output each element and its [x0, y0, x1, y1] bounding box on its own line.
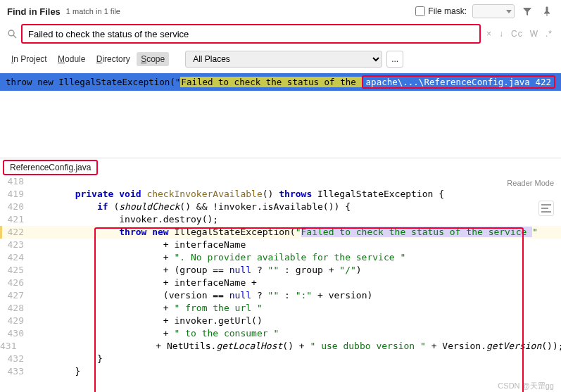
search-input[interactable]: [28, 29, 474, 39]
gutter-line-number: 426: [0, 277, 31, 289]
code-line[interactable]: 419 private void checkInvokerAvailable()…: [0, 188, 561, 201]
match-count: 1 match in 1 file: [66, 7, 120, 15]
code-content: + interfaceName +: [31, 277, 561, 289]
search-input-box[interactable]: [21, 24, 481, 44]
code-line[interactable]: 432 }: [0, 353, 561, 365]
code-line[interactable]: 420 if (shouldCheck() && !invoker.isAvai…: [0, 201, 561, 213]
search-row: × ↓ Cc W .*: [0, 21, 561, 48]
code-line[interactable]: 421 invoker.destroy();: [0, 213, 561, 226]
code-line[interactable]: 429 + invoker.getUrl(): [0, 315, 561, 327]
clear-icon[interactable]: ×: [485, 29, 493, 39]
result-code: throw new IllegalStateException("Failed …: [6, 77, 362, 87]
gutter-line-number: 418: [0, 175, 31, 188]
code-content: + NetUtils.getLocalHost() + " use dubbo …: [23, 340, 561, 353]
file-mask-check[interactable]: [415, 6, 425, 16]
code-content: throw new IllegalStateException("Failed …: [31, 226, 561, 239]
gutter-line-number: 433: [0, 365, 31, 378]
dialog-title: Find in Files: [7, 6, 61, 17]
code-content: [31, 175, 561, 188]
file-mask-combo[interactable]: [472, 4, 515, 18]
gutter-line-number: 429: [0, 315, 31, 327]
code-line[interactable]: 423 + interfaceName: [0, 239, 561, 251]
result-file-location: apache\...\ReferenceConfig.java 422: [362, 75, 555, 89]
gutter-line-number: 421: [0, 213, 31, 226]
scope-places-select[interactable]: All Places: [185, 51, 382, 68]
pin-icon[interactable]: [540, 4, 554, 18]
code-content: + " to the consumer ": [31, 327, 561, 340]
file-tab[interactable]: ReferenceConfig.java: [3, 160, 98, 175]
gutter-line-number: 431: [0, 340, 23, 353]
search-icon: [7, 29, 17, 39]
code-content: (version == null ? "" : ":" + version): [31, 289, 561, 302]
search-options: × ↓ Cc W .*: [485, 29, 554, 39]
code-content: + ". No provider available for the servi…: [31, 251, 561, 264]
code-content: + " from the url ": [31, 302, 561, 315]
gutter-line-number: 420: [0, 201, 31, 213]
scope-tab-in-project[interactable]: In Project: [7, 52, 51, 66]
code-content: }: [31, 365, 561, 378]
gutter-line-number: 422: [0, 226, 31, 239]
scope-tab-scope[interactable]: Scope: [137, 52, 169, 66]
watermark: CSDN @天罡gg: [0, 378, 561, 392]
code-content: if (shouldCheck() && !invoker.isAvailabl…: [31, 201, 561, 213]
code-line[interactable]: 425 + (group == null ? "" : group + "/"): [0, 264, 561, 277]
words-icon[interactable]: W: [529, 29, 540, 39]
code-line[interactable]: 418: [0, 175, 561, 188]
scope-tab-module[interactable]: Module: [53, 52, 89, 66]
code-line[interactable]: 433 }: [0, 365, 561, 378]
reader-mode-label[interactable]: Reader Mode: [507, 177, 554, 189]
svg-rect-4: [541, 211, 551, 213]
code-area[interactable]: 418419 private void checkInvokerAvailabl…: [0, 175, 561, 378]
file-tab-row: ReferenceConfig.java: [0, 158, 561, 175]
code-content: + interfaceName: [31, 239, 561, 251]
result-highlight: Failed to check the status of the servic…: [180, 77, 361, 87]
svg-rect-3: [541, 208, 548, 209]
code-line[interactable]: 428 + " from the url ": [0, 302, 561, 315]
gutter-line-number: 423: [0, 239, 31, 251]
editor: Reader Mode 418419 private void checkInv…: [0, 175, 561, 378]
scope-tab-directory[interactable]: Directory: [92, 52, 134, 66]
search-result-row[interactable]: throw new IllegalStateException("Failed …: [0, 73, 561, 91]
code-line[interactable]: 426 + interfaceName +: [0, 277, 561, 289]
file-mask-label: File mask:: [428, 6, 467, 16]
chevron-down-icon: [506, 10, 512, 13]
code-content: }: [31, 353, 561, 365]
code-line[interactable]: 422 throw new IllegalStateException("Fai…: [0, 226, 561, 239]
code-line[interactable]: 430 + " to the consumer ": [0, 327, 561, 340]
code-line[interactable]: 431 + NetUtils.getLocalHost() + " use du…: [0, 340, 561, 353]
code-line[interactable]: 427 (version == null ? "" : ":" + versio…: [0, 289, 561, 302]
title-bar: Find in Files 1 match in 1 file File mas…: [0, 0, 561, 21]
code-content: + invoker.getUrl(): [31, 315, 561, 327]
scope-row: In Project Module Directory Scope All Pl…: [0, 48, 561, 73]
svg-point-0: [8, 30, 14, 36]
gutter-line-number: 432: [0, 353, 31, 365]
svg-rect-2: [541, 204, 551, 206]
regex-icon[interactable]: .*: [544, 29, 554, 39]
gutter-line-number: 427: [0, 289, 31, 302]
newline-icon[interactable]: ↓: [498, 29, 505, 39]
gutter-line-number: 419: [0, 188, 31, 201]
gutter-line-number: 430: [0, 327, 31, 340]
structure-icon[interactable]: [538, 201, 554, 216]
gutter-line-number: 425: [0, 264, 31, 277]
svg-line-1: [13, 35, 16, 38]
code-line[interactable]: 424 + ". No provider available for the s…: [0, 251, 561, 264]
gutter-line-number: 428: [0, 302, 31, 315]
gutter-line-number: 424: [0, 251, 31, 264]
match-case-icon[interactable]: Cc: [510, 29, 524, 39]
code-content: invoker.destroy();: [31, 213, 561, 226]
scope-browse-button[interactable]: ...: [386, 51, 403, 68]
code-content: + (group == null ? "" : group + "/"): [31, 264, 561, 277]
filter-icon[interactable]: [520, 4, 534, 18]
code-content: private void checkInvokerAvailable() thr…: [31, 188, 561, 201]
file-mask-checkbox[interactable]: File mask:: [415, 6, 467, 16]
